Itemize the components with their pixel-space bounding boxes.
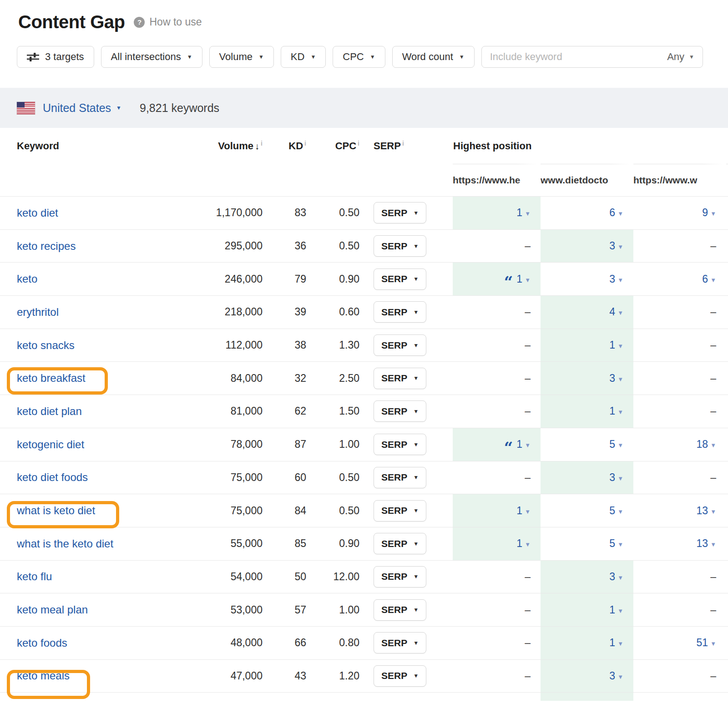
- serp-button[interactable]: SERP▼: [374, 334, 426, 356]
- kd-filter-dropdown[interactable]: KD ▼: [281, 46, 326, 68]
- position-value-dropdown[interactable]: “1▼: [504, 438, 531, 451]
- position-value-dropdown[interactable]: 4▼: [609, 306, 623, 318]
- page-header: Content Gap ? How to use: [18, 12, 703, 32]
- position-value-dropdown[interactable]: 18▼: [697, 438, 716, 451]
- serp-button[interactable]: SERP▼: [374, 268, 426, 290]
- how-to-use-link[interactable]: ? How to use: [134, 16, 202, 28]
- volume-cell: 295,000: [191, 230, 263, 263]
- column-header-kd[interactable]: KDi: [263, 140, 306, 152]
- position-cell: 1▼: [541, 395, 633, 428]
- keyword-link[interactable]: keto foods: [17, 637, 67, 649]
- targets-button[interactable]: 3 targets: [17, 46, 94, 68]
- keywords-count: 9,821 keywords: [140, 101, 219, 115]
- serp-button[interactable]: SERP▼: [374, 400, 426, 422]
- serp-button-label: SERP: [381, 406, 407, 417]
- keyword-link[interactable]: keto: [17, 273, 37, 285]
- chevron-down-icon: ▼: [459, 54, 465, 60]
- cpc-cell: 12.00: [306, 561, 359, 593]
- target-url-header-2: www.dietdocto: [541, 164, 633, 196]
- position-cell: 3▼: [541, 561, 633, 593]
- position-value-dropdown[interactable]: 1▼: [609, 637, 623, 649]
- position-value-dropdown[interactable]: 3▼: [609, 471, 623, 484]
- keyword-link[interactable]: keto diet: [17, 207, 58, 219]
- serp-button[interactable]: SERP▼: [374, 632, 426, 653]
- keyword-link[interactable]: ketogenic diet: [17, 438, 84, 451]
- include-keyword-input[interactable]: Include keyword Any ▼: [481, 46, 703, 68]
- position-value-dropdown[interactable]: 6▼: [702, 273, 716, 285]
- position-value-dropdown[interactable]: 3▼: [609, 240, 623, 252]
- position-value-dropdown[interactable]: 1▼: [516, 537, 531, 550]
- position-value-dropdown[interactable]: 6▼: [609, 207, 623, 219]
- position-value-dropdown[interactable]: 1▼: [609, 604, 623, 616]
- column-header-volume[interactable]: Volume↓i: [191, 140, 263, 152]
- volume-filter-label: Volume: [219, 51, 253, 63]
- match-mode-label: Any: [667, 51, 684, 63]
- serp-button[interactable]: SERP▼: [374, 665, 426, 687]
- table-row: keto foods48,000660.80SERP▼–1▼51▼: [0, 627, 728, 660]
- volume-filter-dropdown[interactable]: Volume ▼: [209, 46, 274, 68]
- serp-button[interactable]: SERP▼: [374, 467, 426, 488]
- position-value-dropdown[interactable]: 5▼: [609, 537, 623, 550]
- keyword-link[interactable]: keto snacks: [17, 339, 75, 352]
- chevron-down-icon: ▼: [525, 508, 531, 515]
- position-value-dropdown[interactable]: 3▼: [609, 372, 623, 385]
- position-cell: 1▼: [541, 593, 633, 626]
- serp-button[interactable]: SERP▼: [374, 368, 426, 389]
- position-number: 13: [697, 537, 708, 550]
- serp-button[interactable]: SERP▼: [374, 566, 426, 587]
- keyword-link[interactable]: keto meal plan: [17, 603, 88, 616]
- cpc-filter-dropdown[interactable]: CPC ▼: [333, 46, 385, 68]
- table-row: keto diet foods75,000600.50SERP▼–3▼–: [0, 461, 728, 495]
- word-count-filter-dropdown[interactable]: Word count ▼: [392, 46, 475, 68]
- position-value-dropdown[interactable]: “1▼: [504, 273, 531, 285]
- position-cell: 13▼: [633, 494, 726, 527]
- position-value-dropdown[interactable]: 51▼: [697, 637, 716, 649]
- position-cell: –: [453, 461, 541, 494]
- chevron-down-icon: ▼: [710, 541, 716, 548]
- kd-filter-label: KD: [291, 51, 305, 63]
- position-cell: –: [633, 660, 726, 693]
- keyword-link[interactable]: keto flu: [17, 570, 52, 583]
- position-value-dropdown[interactable]: 3▼: [609, 670, 623, 682]
- serp-button[interactable]: SERP▼: [374, 500, 426, 522]
- serp-button[interactable]: SERP▼: [374, 434, 426, 455]
- position-value-dropdown[interactable]: 1▼: [516, 207, 531, 219]
- keyword-link[interactable]: keto meals: [17, 669, 70, 682]
- keyword-link[interactable]: keto recipes: [17, 240, 76, 253]
- match-mode-dropdown[interactable]: Any ▼: [667, 51, 694, 63]
- column-header-cpc[interactable]: CPCi: [306, 140, 359, 152]
- keyword-link[interactable]: keto diet plan: [17, 405, 82, 418]
- serp-button[interactable]: SERP▼: [374, 301, 426, 323]
- keyword-link[interactable]: what is keto diet: [17, 504, 95, 517]
- position-value-dropdown[interactable]: 1▼: [609, 405, 623, 417]
- no-position-dash: –: [710, 571, 716, 583]
- position-value-dropdown[interactable]: 1▼: [516, 505, 531, 517]
- chevron-down-icon: ▼: [617, 442, 623, 449]
- position-value-dropdown[interactable]: 1▼: [609, 339, 623, 351]
- cpc-filter-label: CPC: [343, 51, 364, 63]
- serp-button-label: SERP: [381, 273, 407, 284]
- position-value-dropdown[interactable]: 5▼: [609, 505, 623, 517]
- serp-button[interactable]: SERP▼: [374, 599, 426, 621]
- position-value-dropdown[interactable]: 9▼: [702, 207, 716, 219]
- keyword-link[interactable]: keto breakfast: [17, 372, 86, 385]
- keyword-link[interactable]: keto diet foods: [17, 471, 88, 484]
- position-value-dropdown[interactable]: 5▼: [609, 438, 623, 451]
- country-selector[interactable]: United States ▼: [43, 101, 121, 115]
- position-value-dropdown[interactable]: 13▼: [697, 537, 716, 550]
- all-intersections-dropdown[interactable]: All intersections ▼: [101, 46, 202, 68]
- position-value-dropdown[interactable]: 13▼: [697, 505, 716, 517]
- keyword-link[interactable]: what is the keto diet: [17, 537, 113, 550]
- keyword-cell: keto flu: [0, 561, 191, 593]
- position-value-dropdown[interactable]: 3▼: [609, 571, 623, 583]
- position-cell: 5▼: [541, 428, 633, 461]
- serp-button[interactable]: SERP▼: [374, 202, 426, 223]
- serp-button[interactable]: SERP▼: [374, 533, 426, 554]
- volume-cell: 112,000: [191, 329, 263, 362]
- chevron-down-icon: ▼: [413, 442, 419, 447]
- serp-button[interactable]: SERP▼: [374, 235, 426, 257]
- serp-button-label: SERP: [381, 472, 407, 483]
- chevron-down-icon: ▼: [617, 475, 623, 482]
- position-value-dropdown[interactable]: 3▼: [609, 273, 623, 285]
- keyword-link[interactable]: erythritol: [17, 306, 59, 319]
